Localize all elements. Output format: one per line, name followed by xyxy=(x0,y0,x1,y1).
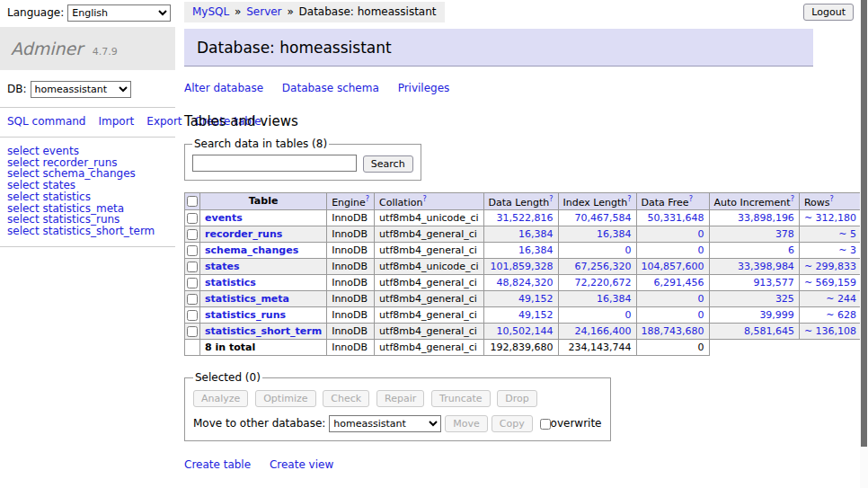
engine-cell: InnoDB xyxy=(327,307,375,324)
help-icon[interactable]: ? xyxy=(829,195,833,203)
table-link[interactable]: statistics_runs xyxy=(205,309,286,321)
rows-link[interactable]: ~ 569,159 xyxy=(804,277,856,288)
auto-increment-link[interactable]: 39,999 xyxy=(714,309,794,321)
row-checkbox[interactable] xyxy=(187,213,198,224)
analyze-button[interactable]: Analyze xyxy=(193,390,248,407)
check-button[interactable]: Check xyxy=(323,390,369,407)
index-length-link[interactable]: 0 xyxy=(563,244,632,256)
data-length-link[interactable]: 31,522,816 xyxy=(489,212,554,224)
data-free-link[interactable]: 0 xyxy=(642,228,704,240)
drop-button[interactable]: Drop xyxy=(497,390,536,407)
data-length-link[interactable]: 16,384 xyxy=(489,228,554,240)
table-link[interactable]: schema_changes xyxy=(205,244,298,256)
rows-link[interactable]: ~ 3 xyxy=(804,244,856,256)
import-link[interactable]: Import xyxy=(98,115,134,128)
table-row: events InnoDB utf8mb4_unicode_ci 31,522,… xyxy=(185,210,868,226)
row-checkbox[interactable] xyxy=(187,278,198,288)
data-free-link[interactable]: 0 xyxy=(642,309,704,321)
data-length-link[interactable]: 48,824,320 xyxy=(489,277,554,288)
index-length-link[interactable]: 16,384 xyxy=(563,228,632,240)
row-checkbox[interactable] xyxy=(187,229,198,240)
search-button[interactable]: Search xyxy=(363,155,413,173)
table-link[interactable]: events xyxy=(205,212,243,224)
data-length-link[interactable]: 101,859,328 xyxy=(489,261,554,272)
help-icon[interactable]: ? xyxy=(366,195,369,203)
data-length-link[interactable]: 16,384 xyxy=(489,244,554,256)
create-view-link[interactable]: Create view xyxy=(270,458,333,471)
sidebar-item-select-events[interactable]: select events xyxy=(7,146,168,157)
total-index-length: 234,143,744 xyxy=(558,340,636,356)
sql-command-link[interactable]: SQL command xyxy=(7,115,85,128)
optimize-button[interactable]: Optimize xyxy=(255,390,315,407)
breadcrumb-server-link[interactable]: Server xyxy=(246,5,281,18)
select-all-checkbox[interactable] xyxy=(187,196,198,207)
data-length-link[interactable]: 10,502,144 xyxy=(489,325,554,337)
table-link[interactable]: statistics_meta xyxy=(205,293,289,305)
repair-button[interactable]: Repair xyxy=(376,390,424,407)
rows-link[interactable]: ~ 5 xyxy=(804,228,856,240)
index-length-link[interactable]: 24,166,400 xyxy=(563,325,632,337)
db-select[interactable]: homeassistant xyxy=(31,81,131,98)
index-length-link[interactable]: 67,256,320 xyxy=(563,261,632,272)
data-free-link[interactable]: 6,291,456 xyxy=(642,277,704,288)
index-length-link[interactable]: 0 xyxy=(563,309,632,321)
table-link[interactable]: states xyxy=(205,261,240,272)
auto-increment-link[interactable]: 33,898,196 xyxy=(714,212,794,224)
sidebar-item-select-statistics-short-term[interactable]: select statistics_short_term xyxy=(7,226,168,237)
export-link[interactable]: Export xyxy=(146,115,182,128)
data-free-link[interactable]: 0 xyxy=(642,293,704,305)
scrollbar[interactable] xyxy=(860,0,868,488)
auto-increment-link[interactable]: 913,577 xyxy=(714,277,794,288)
rows-link[interactable]: ~ 628 xyxy=(804,309,856,321)
create-table-link-main[interactable]: Create table xyxy=(184,458,251,471)
table-link[interactable]: statistics xyxy=(205,277,256,288)
collation-cell: utf8mb4_unicode_ci xyxy=(375,210,483,226)
help-icon[interactable]: ? xyxy=(791,195,794,203)
auto-increment-link[interactable]: 325 xyxy=(714,293,794,305)
data-length-link[interactable]: 49,152 xyxy=(489,293,554,305)
table-link[interactable]: recorder_runs xyxy=(205,228,282,240)
rows-link[interactable]: ~ 136,108 xyxy=(804,325,856,337)
data-free-link[interactable]: 50,331,648 xyxy=(642,212,704,224)
help-icon[interactable]: ? xyxy=(627,195,631,203)
sidebar-item-select-statistics[interactable]: select statistics xyxy=(7,191,168,203)
help-icon[interactable]: ? xyxy=(689,195,693,203)
row-checkbox[interactable] xyxy=(187,262,198,272)
help-icon[interactable]: ? xyxy=(422,195,426,203)
move-database-select[interactable]: homeassistant xyxy=(329,415,441,432)
data-free-link[interactable]: 188,743,680 xyxy=(642,325,704,337)
rows-link[interactable]: ~ 299,833 xyxy=(804,261,856,272)
auto-increment-link[interactable]: 6 xyxy=(714,244,794,256)
engine-cell: InnoDB xyxy=(327,291,375,307)
help-icon[interactable]: ? xyxy=(549,195,553,203)
rows-link[interactable]: ~ 244 xyxy=(804,293,856,305)
row-checkbox[interactable] xyxy=(187,294,198,305)
index-length-link[interactable]: 72,220,672 xyxy=(563,277,632,288)
breadcrumb-mysql-link[interactable]: MySQL xyxy=(192,5,229,18)
scrollbar-thumb[interactable] xyxy=(861,0,867,447)
auto-increment-link[interactable]: 33,398,984 xyxy=(714,261,794,272)
search-input[interactable] xyxy=(192,155,357,172)
auto-increment-link[interactable]: 8,581,645 xyxy=(714,325,794,337)
selected-legend: Selected (0) xyxy=(193,371,262,384)
privileges-link[interactable]: Privileges xyxy=(398,82,450,94)
table-link[interactable]: statistics_short_term xyxy=(205,325,322,337)
database-schema-link[interactable]: Database schema xyxy=(282,82,379,94)
index-length-link[interactable]: 70,467,584 xyxy=(563,212,632,224)
rows-link[interactable]: ~ 312,180 xyxy=(804,212,856,224)
data-free-link[interactable]: 104,857,600 xyxy=(642,261,704,272)
language-select[interactable]: English xyxy=(67,4,171,22)
index-length-link[interactable]: 16,384 xyxy=(563,293,632,305)
data-length-link[interactable]: 49,152 xyxy=(489,309,554,321)
data-free-link[interactable]: 0 xyxy=(642,244,704,256)
row-checkbox[interactable] xyxy=(187,310,198,321)
copy-button[interactable]: Copy xyxy=(492,415,533,432)
row-checkbox[interactable] xyxy=(187,245,198,256)
sidebar-item-select-states[interactable]: select states xyxy=(7,180,168,191)
move-button[interactable]: Move xyxy=(445,415,488,432)
row-checkbox[interactable] xyxy=(187,326,198,337)
auto-increment-link[interactable]: 378 xyxy=(714,228,794,240)
alter-database-link[interactable]: Alter database xyxy=(184,82,263,94)
truncate-button[interactable]: Truncate xyxy=(431,390,490,407)
overwrite-checkbox[interactable] xyxy=(540,419,551,430)
